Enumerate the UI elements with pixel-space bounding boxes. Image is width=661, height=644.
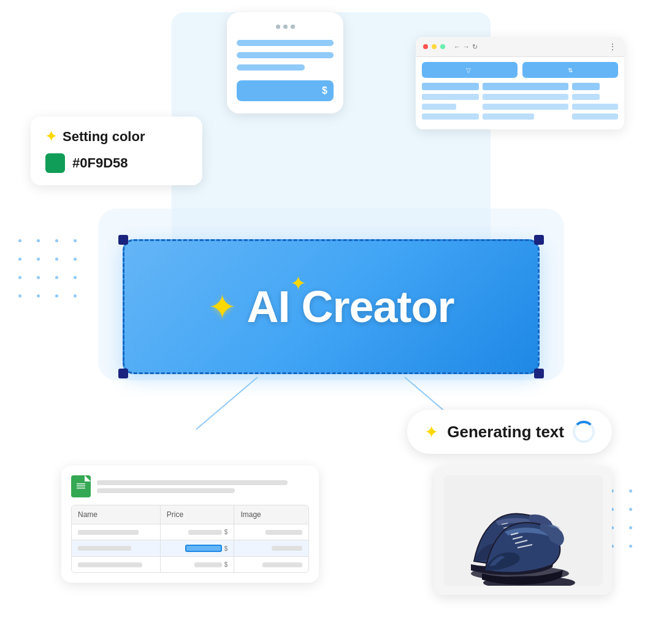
browser-back-icon[interactable]: ← <box>454 43 460 51</box>
main-scene: ✦ ✦ AI Creator ✦ Setting color #0F9D58 $ <box>0 0 661 644</box>
mobile-app-card: $ <box>227 12 343 113</box>
browser-close-btn <box>423 44 428 49</box>
sheets-td-name-2 <box>72 540 161 556</box>
table-cell-1-3 <box>572 94 600 100</box>
browser-more-icon[interactable]: ⋮ <box>608 42 617 52</box>
generating-label: Generating text <box>447 423 564 442</box>
sheets-table: Name Price Image $ <box>71 505 309 573</box>
shoe-image <box>443 475 603 586</box>
dollar-sign-2: $ <box>224 545 228 552</box>
browser-forward-icon[interactable]: → <box>463 43 470 51</box>
sheets-lines <box>97 480 309 493</box>
handle-bottom-right <box>534 369 544 378</box>
browser-minimize-btn <box>432 44 437 49</box>
browser-bar: ← → ↻ ⋮ <box>416 37 624 57</box>
mobile-line-3 <box>237 64 305 71</box>
svg-rect-2 <box>77 483 85 485</box>
generating-sparkle-icon: ✦ <box>424 422 438 442</box>
table-cell-1-2 <box>483 94 568 100</box>
dollar-sign-1: $ <box>224 529 228 535</box>
browser-card: ← → ↻ ⋮ ▽ ⇅ <box>416 37 624 129</box>
dot-grid-left <box>18 239 81 302</box>
sheets-row-2: $ <box>72 540 308 556</box>
table-cell-2-3 <box>572 104 618 110</box>
mobile-dot-1 <box>276 25 280 29</box>
sheets-col-name: Name <box>72 505 161 524</box>
table-cell-3-2 <box>483 113 534 120</box>
svg-rect-3 <box>77 486 85 487</box>
sheets-row-1: $ <box>72 524 308 540</box>
browser-refresh-icon[interactable]: ↻ <box>472 43 478 51</box>
mobile-dot-3 <box>291 25 295 29</box>
price-highlight <box>185 545 222 552</box>
sheets-td-image-3 <box>234 557 308 572</box>
image-bar-2 <box>272 546 302 551</box>
name-bar-1 <box>78 530 139 535</box>
sort-icon: ⇅ <box>568 67 573 74</box>
table-header-3 <box>572 83 600 90</box>
sparkle-icon: ✦ <box>45 129 56 145</box>
name-bar-2 <box>78 546 131 551</box>
table-cell-2-2 <box>483 104 568 110</box>
sparkle-large-icon: ✦ <box>208 287 237 327</box>
filter-icon: ▽ <box>466 67 471 74</box>
svg-rect-4 <box>77 488 85 489</box>
mobile-dot-2 <box>283 25 288 29</box>
sheets-td-price-3: $ <box>161 557 235 572</box>
handle-top-left <box>118 235 128 245</box>
table-row-header <box>422 83 618 90</box>
color-hex-value: #0F9D58 <box>72 155 128 171</box>
browser-maximize-btn <box>440 44 445 49</box>
table-row-1 <box>422 94 618 100</box>
ai-creator-banner: ✦ ✦ AI Creator <box>123 239 540 374</box>
handle-top-right <box>534 235 544 245</box>
sheets-header <box>71 475 309 497</box>
color-swatch <box>45 153 65 173</box>
color-card: ✦ Setting color #0F9D58 <box>31 117 202 185</box>
table-cell-2-1 <box>422 104 456 110</box>
table-row-3 <box>422 113 618 120</box>
sheets-td-price-1: $ <box>161 524 235 540</box>
sheets-icon <box>71 475 91 497</box>
filter-button[interactable]: ▽ <box>422 62 518 78</box>
mobile-line-2 <box>237 52 334 58</box>
sheets-row-3: $ <box>72 556 308 572</box>
sort-button[interactable]: ⇅ <box>522 62 618 78</box>
mobile-line-1 <box>237 40 334 46</box>
sheets-td-image-1 <box>234 524 308 540</box>
sheets-line-1 <box>97 480 288 485</box>
image-bar-1 <box>266 530 302 535</box>
sheets-td-name-1 <box>72 524 161 540</box>
name-bar-3 <box>78 562 142 567</box>
handle-bottom-left <box>118 369 128 378</box>
price-bar-1 <box>188 530 222 535</box>
image-bar-3 <box>262 562 302 567</box>
generating-card: ✦ Generating text <box>407 410 612 454</box>
sheets-td-image-2 <box>234 540 308 556</box>
table-header-1 <box>422 83 479 90</box>
mobile-button[interactable]: $ <box>237 80 334 101</box>
sheets-td-name-3 <box>72 557 161 572</box>
mobile-btn-label: $ <box>322 85 327 96</box>
shoe-image-card <box>434 466 612 595</box>
ai-creator-title: AI Creator <box>246 282 454 332</box>
sheets-col-price: Price <box>161 505 235 524</box>
table-toolbar: ▽ ⇅ <box>416 57 624 83</box>
table-header-2 <box>483 83 568 90</box>
dollar-sign-3: $ <box>224 561 228 568</box>
table-cell-3-1 <box>422 113 479 120</box>
table-content <box>416 83 624 129</box>
loading-spinner <box>573 421 595 443</box>
sparkle-small-icon: ✦ <box>290 272 307 295</box>
sheets-card: Name Price Image $ <box>61 466 319 583</box>
color-card-value: #0F9D58 <box>45 153 188 173</box>
sheets-td-price-2: $ <box>161 540 235 556</box>
price-bar-3 <box>194 562 222 567</box>
browser-nav: ← → ↻ <box>454 43 478 51</box>
table-cell-1-1 <box>422 94 479 100</box>
mobile-dots <box>237 25 334 29</box>
sheets-col-image: Image <box>234 505 308 524</box>
table-row-2 <box>422 104 618 110</box>
color-card-title: ✦ Setting color <box>45 129 188 145</box>
table-cell-3-3 <box>572 113 618 120</box>
